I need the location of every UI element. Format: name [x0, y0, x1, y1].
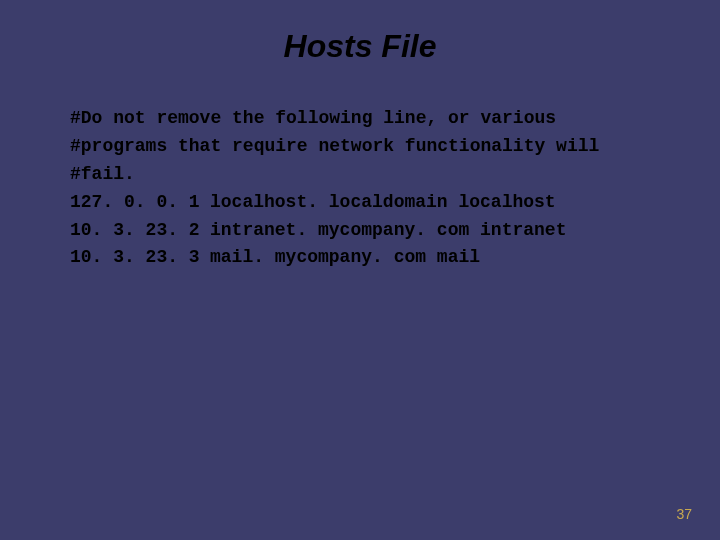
comment-line: #fail. [70, 161, 680, 189]
host-entry: 10. 3. 23. 3 mail. mycompany. com mail [70, 244, 680, 272]
comment-line: #Do not remove the following line, or va… [70, 105, 680, 133]
host-names: intranet. mycompany. com intranet [210, 217, 680, 245]
host-entry: 127. 0. 0. 1 localhost. localdomain loca… [70, 189, 680, 217]
comment-line: #programs that require network functiona… [70, 133, 680, 161]
hosts-file-content: #Do not remove the following line, or va… [0, 105, 720, 272]
host-names: mail. mycompany. com mail [210, 244, 680, 272]
page-title: Hosts File [0, 0, 720, 105]
host-ip: 127. 0. 0. 1 [70, 189, 210, 217]
host-entry: 10. 3. 23. 2 intranet. mycompany. com in… [70, 217, 680, 245]
host-names: localhost. localdomain localhost [210, 189, 680, 217]
page-number: 37 [676, 506, 692, 522]
host-ip: 10. 3. 23. 2 [70, 217, 210, 245]
host-ip: 10. 3. 23. 3 [70, 244, 210, 272]
